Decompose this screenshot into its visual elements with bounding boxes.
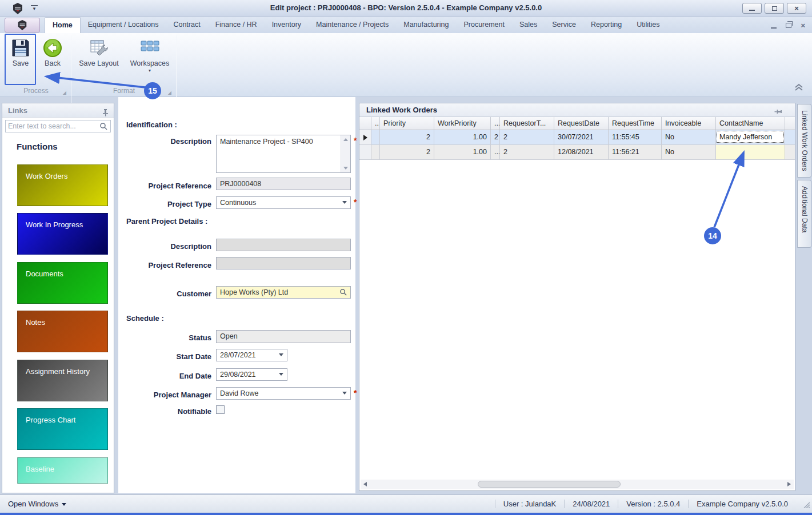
- dialog-launcher-icon[interactable]: ◢: [63, 90, 66, 95]
- tile-label: Assignment History: [26, 367, 90, 376]
- save-button[interactable]: Save: [5, 35, 37, 85]
- workspaces-button[interactable]: Workspaces ▼: [128, 35, 171, 85]
- grid-header-workpriority[interactable]: WorkPriority: [434, 117, 491, 130]
- cell[interactable]: [371, 145, 380, 160]
- cell-invoiceable[interactable]: No: [662, 145, 716, 160]
- parent-reference-label: Project Reference: [118, 261, 211, 269]
- mdi-minimize-icon[interactable]: [771, 27, 777, 29]
- tab-manufacturing[interactable]: Manufacturing: [396, 17, 456, 33]
- scroll-up-icon[interactable]: [343, 138, 348, 141]
- cell-invoiceable[interactable]: No: [662, 130, 716, 145]
- functions-heading: Functions: [17, 142, 58, 151]
- scroll-down-icon[interactable]: [343, 167, 348, 170]
- mdi-close-icon[interactable]: ×: [801, 21, 805, 30]
- description-label: Description: [118, 137, 211, 146]
- side-tab-additional-data[interactable]: Additional Data: [797, 180, 811, 248]
- horizontal-scrollbar[interactable]: [361, 480, 794, 489]
- pin-icon[interactable]: [102, 107, 109, 121]
- scroll-left-icon[interactable]: [363, 482, 367, 486]
- tab-home[interactable]: Home: [45, 17, 81, 33]
- close-icon: ×: [794, 5, 799, 12]
- mdi-restore-icon[interactable]: [786, 23, 791, 28]
- grid-header-col3[interactable]: ...: [491, 117, 500, 130]
- tab-equipment-locations[interactable]: Equipment / Locations: [81, 17, 166, 33]
- tab-utilities[interactable]: Utilities: [629, 17, 667, 33]
- contactname-edit-value[interactable]: Mandy Jefferson: [717, 131, 784, 143]
- tab-inventory[interactable]: Inventory: [265, 17, 309, 33]
- links-panel-title: Links: [8, 106, 27, 115]
- cell[interactable]: [371, 130, 380, 145]
- project-manager-dropdown[interactable]: David Rowe: [216, 387, 351, 400]
- side-tab-linked-work-orders[interactable]: Linked Work Orders: [797, 104, 811, 178]
- tab-finance-hr[interactable]: Finance / HR: [208, 17, 265, 33]
- scroll-right-icon[interactable]: [787, 482, 791, 486]
- cell-requestdate[interactable]: 12/08/2021: [554, 145, 609, 160]
- grid-header-requesttime[interactable]: RequestTime: [609, 117, 662, 130]
- notifiable-checkbox[interactable]: [216, 405, 225, 414]
- save-layout-button[interactable]: Save Layout: [78, 35, 120, 85]
- cell-requesttime[interactable]: 11:55:45: [609, 130, 662, 145]
- tile-progress-chart[interactable]: Progress Chart: [17, 408, 108, 450]
- minimize-button[interactable]: [742, 3, 762, 14]
- tab-sales[interactable]: Sales: [512, 17, 545, 33]
- scrollbar-thumb[interactable]: [478, 481, 621, 488]
- start-date-picker[interactable]: 28/07/2021: [216, 349, 287, 361]
- lookup-search-icon[interactable]: [339, 288, 347, 298]
- tile-baseline[interactable]: Baseline: [17, 457, 108, 484]
- required-marker: *: [354, 388, 357, 397]
- application-menu-button[interactable]: [5, 18, 40, 33]
- tile-work-orders[interactable]: Work Orders: [17, 164, 108, 206]
- cell-requestor[interactable]: 2: [500, 145, 554, 160]
- linked-work-orders-panel: Linked Work Orders .. Priority WorkPrior…: [359, 103, 795, 491]
- maximize-icon: [772, 6, 777, 11]
- close-button[interactable]: ×: [787, 3, 806, 14]
- grid-header-col0[interactable]: ..: [371, 117, 380, 130]
- search-icon[interactable]: [99, 122, 108, 132]
- back-button[interactable]: Back: [37, 35, 69, 85]
- grid-header-invoiceable[interactable]: Invoiceable: [662, 117, 716, 130]
- tab-reporting[interactable]: Reporting: [583, 17, 629, 33]
- tab-contract[interactable]: Contract: [166, 17, 207, 33]
- cell-requestdate[interactable]: 30/07/2021: [554, 130, 609, 145]
- project-reference-field: PRJ0000408: [216, 178, 351, 190]
- status-field: Open: [216, 330, 351, 343]
- resize-grip[interactable]: [802, 501, 810, 510]
- maximize-button[interactable]: [765, 3, 784, 14]
- open-windows-menu[interactable]: Open Windows: [8, 500, 66, 508]
- tab-service[interactable]: Service: [545, 17, 583, 33]
- cell-requesttime[interactable]: 11:56:21: [609, 145, 662, 160]
- cell-col3[interactable]: ...: [491, 145, 500, 160]
- tile-documents[interactable]: Documents: [17, 262, 108, 304]
- window-title: Edit project : PRJ0000408 - BPO: Version…: [0, 3, 812, 12]
- search-input[interactable]: [6, 120, 97, 132]
- description-textarea[interactable]: Maintenance Project - SP400: [216, 135, 351, 173]
- tab-procurement[interactable]: Procurement: [456, 17, 512, 33]
- cell-col3[interactable]: 2: [491, 130, 500, 145]
- status-value: Open: [220, 332, 238, 340]
- grid-header-requestor[interactable]: RequestorT...: [500, 117, 554, 130]
- customer-lookup-field[interactable]: Hope Works (Pty) Ltd: [216, 286, 351, 299]
- workspaces-grid-icon: [139, 38, 160, 58]
- tile-work-in-progress[interactable]: Work In Progress: [17, 213, 108, 255]
- cell-priority[interactable]: 2: [380, 130, 434, 145]
- tile-notes[interactable]: Notes: [17, 311, 108, 352]
- grid-header-priority[interactable]: Priority: [380, 117, 434, 130]
- cell-priority[interactable]: 2: [380, 145, 434, 160]
- cell-workpriority[interactable]: 1.00: [434, 145, 491, 160]
- identification-heading: Identification :: [126, 120, 177, 129]
- grid-header-requestdate[interactable]: RequestDate: [554, 117, 609, 130]
- cell-requestor[interactable]: 2: [500, 130, 554, 145]
- cell-contactname-active[interactable]: Mandy Jefferson: [716, 130, 785, 145]
- cell-contactname-empty[interactable]: [716, 145, 785, 160]
- grid-row[interactable]: 2 1.00 ... 2 12/08/2021 11:56:21 No: [359, 145, 795, 160]
- grid-row-selected[interactable]: 2 1.00 2 2 30/07/2021 11:55:45 No Mandy …: [359, 130, 795, 145]
- end-date-picker[interactable]: 29/08/2021: [216, 368, 287, 381]
- textarea-scrollbar[interactable]: [341, 135, 350, 172]
- dialog-launcher-icon[interactable]: ◢: [168, 90, 171, 95]
- collapse-ribbon-icon[interactable]: [794, 83, 804, 93]
- project-type-dropdown[interactable]: Continuous: [216, 196, 351, 209]
- tile-assignment-history[interactable]: Assignment History: [17, 360, 108, 401]
- pin-icon[interactable]: [774, 107, 782, 120]
- cell-workpriority[interactable]: 1.00: [434, 130, 491, 145]
- tab-maintenance-projects[interactable]: Maintenance / Projects: [309, 17, 396, 33]
